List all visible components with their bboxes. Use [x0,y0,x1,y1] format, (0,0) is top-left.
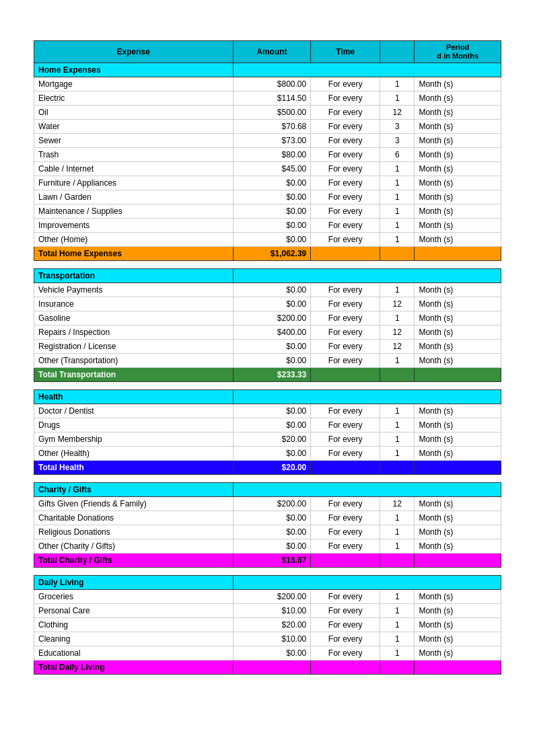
total-label: Total Health [34,461,234,475]
table-row: Clothing $20.00 For every 1 Month (s) [34,618,501,632]
table-row: Groceries $200.00 For every 1 Month (s) [34,590,501,604]
expense-amount: $0.00 [233,447,311,461]
expense-amount: $200.00 [233,497,311,511]
expense-num: 12 [380,326,415,340]
expense-label: Drugs [34,418,234,432]
expense-label: Mortgage [34,77,234,91]
expense-num: 1 [380,618,415,632]
expense-unit: Month (s) [415,646,501,660]
table-row: Other (Home) $0.00 For every 1 Month (s) [34,233,501,247]
expense-label: Oil [34,106,234,120]
header-expense: Expense [34,41,234,63]
expense-time: For every [311,447,380,461]
expense-label: Vehicle Payments [34,283,234,297]
expense-amount: $0.00 [233,233,311,247]
expense-amount: $10.00 [233,604,311,618]
expense-num: 1 [380,283,415,297]
section-header-4: Daily Living [34,576,501,590]
total-row-daily-living: Total Daily Living [34,660,501,675]
table-row: Other (Charity / Gifts) $0.00 For every … [34,539,501,554]
expense-label: Gifts Given (Friends & Family) [34,497,234,511]
total-amount: $1,062.39 [233,247,311,261]
expense-num: 1 [380,233,415,247]
table-row: Electric $114.50 For every 1 Month (s) [34,91,501,106]
expense-label: Sewer [34,134,234,148]
expense-time: For every [311,120,380,134]
expense-num: 1 [380,91,415,106]
expense-amount: $0.00 [233,190,311,204]
expense-amount: $0.00 [233,340,311,354]
expense-amount: $0.00 [233,404,311,418]
total-row-home-expenses: Total Home Expenses $1,062.39 [34,247,501,261]
expense-label: Other (Home) [34,233,234,247]
expense-time: For every [311,326,380,340]
expense-time: For every [311,604,380,618]
total-row-transportation: Total Transportation $233.33 [34,368,501,382]
expense-time: For every [311,91,380,106]
table-row: Mortgage $800.00 For every 1 Month (s) [34,77,501,91]
expense-unit: Month (s) [415,497,501,511]
total-label: Total Charity / Gifts [34,554,234,568]
total-row-charity-/-gifts: Total Charity / Gifts $16.67 [34,554,501,568]
total-amount [233,660,311,675]
budget-table: Expense Amount Time Periodd in Months Ho… [34,40,501,675]
expense-label: Gasoline [34,311,234,326]
header-num [380,41,415,63]
expense-time: For every [311,233,380,247]
expense-time: For every [311,340,380,354]
table-row: Sewer $73.00 For every 3 Month (s) [34,134,501,148]
expense-unit: Month (s) [415,632,501,646]
expense-time: For every [311,106,380,120]
expense-label: Lawn / Garden [34,190,234,204]
expense-unit: Month (s) [415,511,501,525]
expense-amount: $80.00 [233,148,311,162]
expense-amount: $200.00 [233,311,311,326]
expense-label: Religious Donations [34,525,234,539]
expense-unit: Month (s) [415,590,501,604]
table-row: Drugs $0.00 For every 1 Month (s) [34,418,501,432]
table-row: Gym Membership $20.00 For every 1 Month … [34,432,501,447]
expense-amount: $800.00 [233,77,311,91]
expense-label: Groceries [34,590,234,604]
table-row: Cable / Internet $45.00 For every 1 Mont… [34,162,501,176]
expense-label: Improvements [34,219,234,233]
expense-num: 1 [380,511,415,525]
expense-time: For every [311,632,380,646]
expense-amount: $0.00 [233,204,311,219]
expense-time: For every [311,162,380,176]
expense-time: For every [311,432,380,447]
header-period: Periodd in Months [415,41,501,63]
expense-num: 1 [380,447,415,461]
expense-num: 1 [380,418,415,432]
expense-amount: $0.00 [233,219,311,233]
header-time: Time [311,41,380,63]
expense-unit: Month (s) [415,176,501,190]
expense-num: 3 [380,134,415,148]
expense-label: Educational [34,646,234,660]
expense-label: Repairs / Inspection [34,326,234,340]
expense-num: 1 [380,604,415,618]
expense-num: 1 [380,646,415,660]
expense-time: For every [311,283,380,297]
total-amount: $20.00 [233,461,311,475]
table-row: Furniture / Appliances $0.00 For every 1… [34,176,501,190]
section-title: Health [34,390,234,404]
table-row: Educational $0.00 For every 1 Month (s) [34,646,501,660]
total-label: Total Home Expenses [34,247,234,261]
expense-amount: $0.00 [233,297,311,311]
expense-num: 1 [380,176,415,190]
expense-time: For every [311,525,380,539]
table-row: Vehicle Payments $0.00 For every 1 Month… [34,283,501,297]
section-title: Charity / Gifts [34,483,234,497]
table-row: Oil $500.00 For every 12 Month (s) [34,106,501,120]
expense-unit: Month (s) [415,525,501,539]
expense-time: For every [311,590,380,604]
expense-unit: Month (s) [415,326,501,340]
expense-amount: $200.00 [233,590,311,604]
expense-amount: $0.00 [233,511,311,525]
expense-unit: Month (s) [415,404,501,418]
expense-num: 1 [380,219,415,233]
expense-time: For every [311,418,380,432]
table-row: Other (Transportation) $0.00 For every 1… [34,354,501,368]
expense-label: Doctor / Dentist [34,404,234,418]
